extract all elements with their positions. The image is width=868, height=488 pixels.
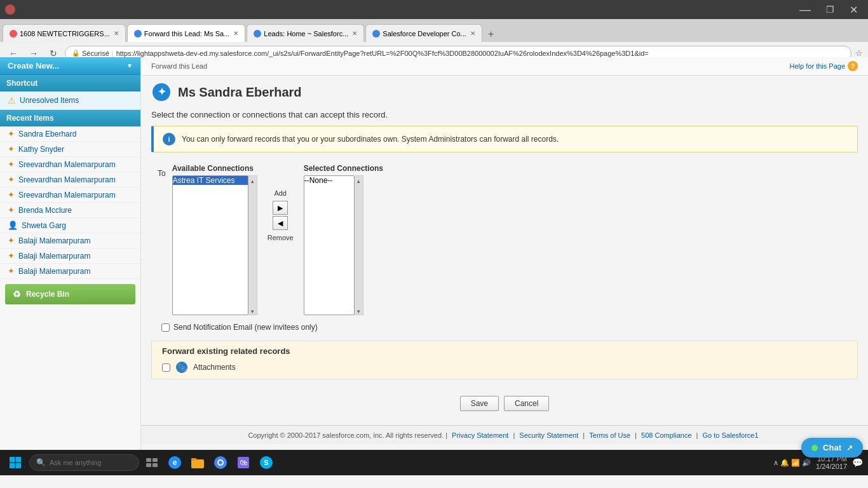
chrome-browser-icon[interactable] xyxy=(212,454,229,471)
recent-item-link[interactable]: Kathy Snyder xyxy=(18,145,64,154)
list-item[interactable]: ✦ Sreevardhan Malemarpuram xyxy=(0,187,140,203)
lead-icon: ✦ xyxy=(8,266,15,276)
forward-section-title: Forward existing related records xyxy=(162,346,847,356)
edge-browser-icon[interactable]: e xyxy=(166,454,184,471)
list-scrollbar[interactable]: ▲ ▼ xyxy=(355,175,363,315)
recent-item-link[interactable]: Shweta Garg xyxy=(22,221,66,230)
remove-button[interactable]: ◀ xyxy=(273,216,288,230)
shortcut-section-header[interactable]: Shortcut xyxy=(0,75,140,92)
unresolved-items-link[interactable]: Unresolved Items xyxy=(20,96,79,105)
taskbar-search[interactable]: 🔍 xyxy=(29,454,139,471)
bookmark-icon[interactable]: ☆ xyxy=(855,48,863,58)
attachments-label: Attachments xyxy=(193,363,236,372)
skype-icon[interactable]: S xyxy=(257,454,275,471)
attachments-checkbox[interactable] xyxy=(162,363,170,372)
create-arrow-icon: ▼ xyxy=(126,62,133,69)
search-icon: 🔍 xyxy=(36,458,46,467)
list-item[interactable]: ✦ Sreevardhan Malemarpuram xyxy=(0,172,140,187)
chrome-icon xyxy=(214,456,227,470)
available-connections-list[interactable]: Astrea IT Services xyxy=(172,175,248,315)
page-title: Ms Sandra Eberhard xyxy=(178,85,302,100)
list-scrollbar[interactable]: ▲ ▼ xyxy=(248,175,257,315)
forward-item: 📎 Attachments xyxy=(162,361,847,374)
svg-rect-4 xyxy=(10,457,15,463)
tab-close-icon[interactable]: ✕ xyxy=(470,30,475,37)
list-item[interactable]: ✦ Brenda Mcclure xyxy=(0,203,140,218)
list-item[interactable]: ✦ Balaji Malemarpuram xyxy=(0,264,140,279)
recent-items-header: Recent Items xyxy=(0,110,140,126)
recent-item-link[interactable]: Brenda Mcclure xyxy=(18,206,72,215)
create-new-button[interactable]: Create New... ▼ xyxy=(0,57,140,75)
tab-close-icon[interactable]: ✕ xyxy=(114,30,119,37)
connections-buttons: Add ▶ ◀ Remove xyxy=(261,164,300,241)
svg-rect-5 xyxy=(16,457,22,463)
tab-close-icon[interactable]: ✕ xyxy=(352,30,357,37)
info-box: i You can only forward records that you … xyxy=(151,126,858,152)
address-text: https://lightappshweta-dev-ed.my.salesfo… xyxy=(116,50,649,57)
tab-close-icon[interactable]: ✕ xyxy=(233,30,238,37)
list-item[interactable]: ✦ Sandra Eberhard xyxy=(0,126,140,142)
restore-button[interactable]: ❐ xyxy=(821,4,839,15)
svg-rect-6 xyxy=(10,463,15,469)
chat-button[interactable]: Chat ↗ xyxy=(801,438,863,458)
notification-label: Send Notification Email (new invitees on… xyxy=(173,323,318,332)
notification-panel-icon[interactable]: 💬 xyxy=(852,458,863,468)
recent-item-link[interactable]: Sreevardhan Malemarpuram xyxy=(18,175,116,184)
svg-rect-14 xyxy=(191,459,204,468)
security-statement-link[interactable]: Security Statement xyxy=(519,431,578,439)
add-button[interactable]: ▶ xyxy=(273,201,288,215)
recent-item-link[interactable]: Balaji Malemarpuram xyxy=(18,267,90,276)
list-item[interactable]: ✦ Balaji Malemarpuram xyxy=(0,233,140,248)
lead-icon: ✦ xyxy=(8,175,15,184)
tab-forward-lead[interactable]: Forward this Lead: Ms Sa... ✕ xyxy=(127,24,246,42)
list-item[interactable]: ✦ Balaji Malemarpuram xyxy=(0,248,140,264)
close-button[interactable]: ✕ xyxy=(844,4,863,16)
selected-connections-list[interactable]: --None-- xyxy=(304,175,355,315)
list-item[interactable]: 👤 Shweta Garg xyxy=(0,218,140,233)
recycle-bin-button[interactable]: ♻ Recycle Bin xyxy=(5,284,135,304)
person-icon: 👤 xyxy=(8,220,18,230)
recent-item-link[interactable]: Sreevardhan Malemarpuram xyxy=(18,191,116,200)
recent-item-link[interactable]: Sreevardhan Malemarpuram xyxy=(18,160,116,169)
remove-label: Remove xyxy=(268,234,294,241)
compliance-link[interactable]: 508 Compliance xyxy=(641,431,692,439)
svg-rect-9 xyxy=(153,458,158,462)
terms-of-use-link[interactable]: Terms of Use xyxy=(589,431,630,439)
store-icon[interactable]: 🛍 xyxy=(234,454,252,471)
file-explorer-icon[interactable] xyxy=(189,454,207,471)
selected-connection-option[interactable]: --None-- xyxy=(304,176,354,185)
svg-text:🛍: 🛍 xyxy=(240,458,247,467)
recent-item-link[interactable]: Balaji Malemarpuram xyxy=(18,236,90,245)
svg-rect-8 xyxy=(146,458,151,462)
tab-leads-home[interactable]: Leads: Home ~ Salesforc... ✕ xyxy=(247,24,364,42)
save-button[interactable]: Save xyxy=(460,396,499,411)
taskbar-left: 🔍 e xyxy=(5,452,275,473)
minimize-button[interactable]: — xyxy=(794,3,816,17)
start-button[interactable] xyxy=(5,452,25,473)
go-salesforce1-link[interactable]: Go to Salesforce1 xyxy=(703,431,759,439)
privacy-statement-link[interactable]: Privacy Statement xyxy=(452,431,508,439)
help-link[interactable]: Help for this Page ? xyxy=(790,61,858,71)
available-connection-option[interactable]: Astrea IT Services xyxy=(173,176,248,185)
notification-checkbox[interactable] xyxy=(161,323,170,332)
selected-connections-label: Selected Connections xyxy=(304,164,383,173)
lead-icon: ✦ xyxy=(8,236,15,245)
lead-icon: ✦ xyxy=(8,129,15,139)
list-item[interactable]: ✦ Kathy Snyder xyxy=(0,142,140,157)
tab-favicon xyxy=(134,30,142,37)
recent-item-link[interactable]: Balaji Malemarpuram xyxy=(18,252,90,261)
cancel-button[interactable]: Cancel xyxy=(504,396,549,411)
create-new-label: Create New... xyxy=(8,61,59,71)
tab-newtec[interactable]: 1608 NEWTECTRIGGERS... ✕ xyxy=(3,24,126,42)
new-tab-button[interactable]: + xyxy=(484,27,499,42)
svg-text:✦: ✦ xyxy=(158,86,166,97)
available-connections-col: Available Connections Astrea IT Services… xyxy=(172,164,257,315)
app-container: Create New... ▼ Shortcut ⚠ Unresolved It… xyxy=(0,57,868,450)
list-item[interactable]: ✦ Sreevardhan Malemarpuram xyxy=(0,157,140,172)
unresolved-items-row[interactable]: ⚠ Unresolved Items xyxy=(0,92,140,110)
task-view-button[interactable] xyxy=(143,454,161,471)
tab-salesforce-dev[interactable]: Salesforce Developer Co... ✕ xyxy=(365,24,482,42)
search-input[interactable] xyxy=(50,459,132,466)
svg-rect-15 xyxy=(191,458,196,461)
recent-item-link[interactable]: Sandra Eberhard xyxy=(18,130,76,139)
